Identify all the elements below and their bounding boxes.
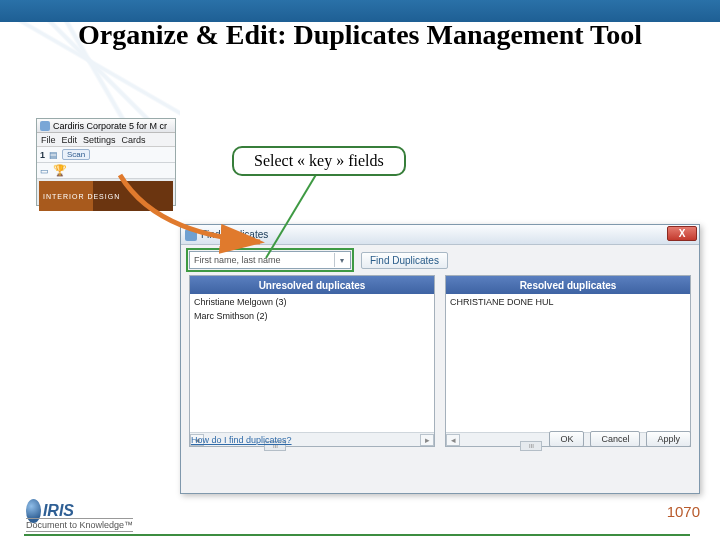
chevron-down-icon: ▾ [334, 253, 348, 267]
key-fields-combo[interactable]: First name, last name ▾ [189, 251, 351, 269]
thumb-menu-settings[interactable]: Settings [83, 135, 116, 145]
key-fields-row: First name, last name ▾ Find Duplicates [189, 251, 691, 269]
thumb-business-card: INTERIOR DESIGN [39, 181, 173, 211]
apply-button[interactable]: Apply [646, 431, 691, 447]
unresolved-pane: Unresolved duplicates Christiane Melgown… [189, 275, 435, 447]
thumb-step-number: 1 [40, 150, 45, 160]
thumb-menu-cards[interactable]: Cards [122, 135, 146, 145]
dialog-button-row: OK Cancel Apply [549, 431, 691, 447]
help-link[interactable]: How do I find duplicates? [191, 435, 292, 445]
unresolved-header: Unresolved duplicates [190, 276, 434, 294]
thumb-toolbar-row: 1 ▤ Scan [37, 147, 175, 163]
resolved-list[interactable]: CHRISTIANE DONE HUL [446, 294, 690, 432]
thumb-card-caption: INTERIOR DESIGN [43, 193, 120, 200]
thumb-titlebar: Cardiris Corporate 5 for M cr [37, 119, 175, 133]
page-number: 1070 [667, 503, 700, 520]
card-icon: ▭ [40, 166, 49, 176]
scanner-icon: ▤ [49, 150, 58, 160]
ok-button[interactable]: OK [549, 431, 584, 447]
footer-divider [24, 534, 690, 536]
cancel-button[interactable]: Cancel [590, 431, 640, 447]
brand-tagline: Document to Knowledge™ [26, 518, 133, 532]
close-button[interactable]: X [667, 226, 697, 241]
thumb-menu-file[interactable]: File [41, 135, 56, 145]
thumb-menu-edit[interactable]: Edit [62, 135, 78, 145]
find-duplicates-dialog: Find duplicates X First name, last name … [180, 224, 700, 494]
callout-select-key-fields: Select « key » fields [232, 146, 406, 176]
scroll-thumb[interactable]: III [520, 441, 542, 451]
resolved-pane: Resolved duplicates CHRISTIANE DONE HUL … [445, 275, 691, 447]
dialog-titlebar: Find duplicates X [181, 225, 699, 245]
scroll-right-icon[interactable]: ▸ [420, 434, 434, 446]
trophy-icon[interactable]: 🏆 [53, 164, 67, 177]
scan-button[interactable]: Scan [62, 149, 90, 160]
dialog-icon [185, 229, 197, 241]
list-item[interactable]: Christiane Melgown (3) [194, 296, 430, 310]
find-duplicates-button[interactable]: Find Duplicates [361, 252, 448, 269]
thumb-window-title: Cardiris Corporate 5 for M cr [53, 121, 167, 131]
dialog-title-text: Find duplicates [201, 229, 268, 240]
list-item[interactable]: Marc Smithson (2) [194, 310, 430, 324]
thumb-toolbar-row2: ▭ 🏆 [37, 163, 175, 179]
page-title: Organize & Edit: Duplicates Management T… [0, 18, 720, 52]
unresolved-list[interactable]: Christiane Melgown (3) Marc Smithson (2) [190, 294, 434, 432]
list-item[interactable]: CHRISTIANE DONE HUL [450, 296, 686, 310]
app-icon [40, 121, 50, 131]
close-icon: X [679, 228, 686, 239]
combo-value: First name, last name [194, 255, 281, 265]
resolved-header: Resolved duplicates [446, 276, 690, 294]
scroll-left-icon[interactable]: ◂ [446, 434, 460, 446]
thumb-menubar: File Edit Settings Cards [37, 133, 175, 147]
app-thumbnail: Cardiris Corporate 5 for M cr File Edit … [36, 118, 176, 206]
